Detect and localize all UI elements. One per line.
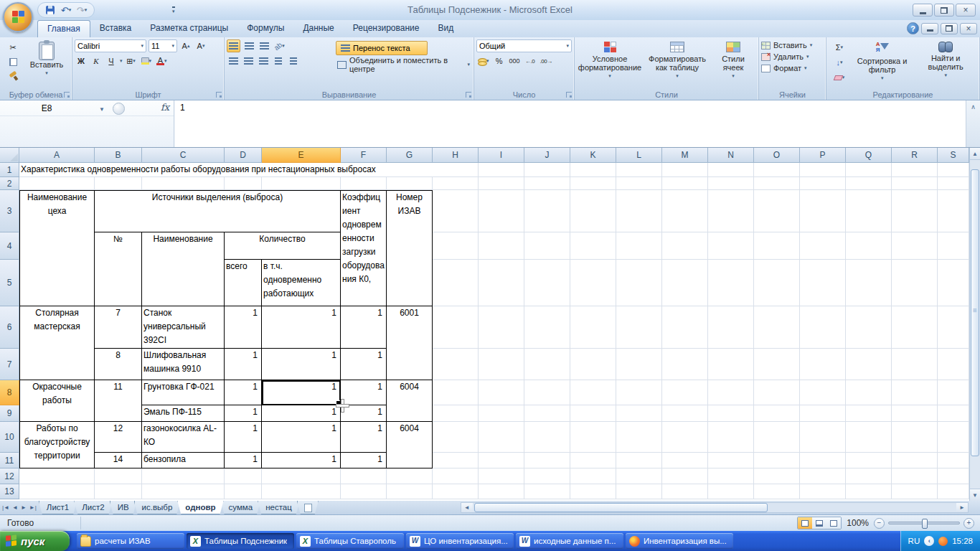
empty-cell[interactable] xyxy=(570,260,616,306)
empty-cell[interactable] xyxy=(938,190,969,232)
empty-cell[interactable] xyxy=(570,422,616,453)
conditional-formatting-button[interactable]: Условное форматирование▾ xyxy=(577,39,643,87)
scroll-down-icon[interactable]: ▼ xyxy=(970,489,980,501)
empty-cell[interactable] xyxy=(616,190,662,232)
cell-C6[interactable]: Станок универсальный 392CI xyxy=(142,306,225,349)
empty-cell[interactable] xyxy=(754,349,800,380)
col-header-L[interactable]: L xyxy=(616,148,662,163)
fill-color-button[interactable]: ▾ xyxy=(140,55,154,67)
empty-cell[interactable] xyxy=(754,232,800,260)
empty-cell[interactable] xyxy=(387,177,433,190)
tab-home[interactable]: Главная xyxy=(37,20,90,37)
empty-cell[interactable] xyxy=(846,260,892,306)
empty-cell[interactable] xyxy=(938,260,969,306)
empty-cell[interactable] xyxy=(433,422,479,453)
empty-cell[interactable] xyxy=(662,232,708,260)
empty-cell[interactable] xyxy=(800,190,846,232)
align-left-button[interactable] xyxy=(227,55,240,67)
empty-cell[interactable] xyxy=(570,405,616,422)
col-header-B[interactable]: B xyxy=(95,148,142,163)
empty-cell[interactable] xyxy=(846,232,892,260)
empty-cell[interactable] xyxy=(616,468,662,484)
cell-D8[interactable]: 1 xyxy=(225,380,262,405)
task-word-co-inventarizacia[interactable]: ЦО инвентаризация... xyxy=(406,533,514,549)
col-header-G[interactable]: G xyxy=(387,148,433,163)
empty-cell[interactable] xyxy=(754,380,800,405)
cell-izav-header[interactable]: Номер ИЗАВ xyxy=(387,190,433,306)
empty-cell[interactable] xyxy=(892,484,938,499)
empty-cell[interactable] xyxy=(662,177,708,190)
empty-cell[interactable] xyxy=(708,260,754,306)
empty-cell[interactable] xyxy=(846,405,892,422)
cell-E9[interactable]: 1 xyxy=(262,405,341,422)
empty-cell[interactable] xyxy=(892,453,938,468)
delete-cells-button[interactable]: Удалить▾ xyxy=(761,52,824,61)
bold-button[interactable]: Ж xyxy=(75,55,88,67)
clipboard-dialog-launcher[interactable] xyxy=(64,92,70,98)
empty-cell[interactable] xyxy=(570,163,616,177)
insert-function-button[interactable]: fx xyxy=(161,102,169,113)
empty-cell[interactable] xyxy=(19,484,95,499)
empty-cell[interactable] xyxy=(754,306,800,349)
empty-cell[interactable] xyxy=(800,232,846,260)
empty-cell[interactable] xyxy=(800,260,846,306)
empty-cell[interactable] xyxy=(846,306,892,349)
close-button[interactable]: × xyxy=(956,4,976,17)
workbook-close-button[interactable]: × xyxy=(960,23,977,34)
row-header-6[interactable]: 6 xyxy=(0,306,19,349)
empty-cell[interactable] xyxy=(800,405,846,422)
empty-cell[interactable] xyxy=(524,349,570,380)
help-button[interactable]: ? xyxy=(907,22,919,34)
empty-cell[interactable] xyxy=(616,163,662,177)
cell-no-header[interactable]: № xyxy=(95,232,142,306)
empty-cell[interactable] xyxy=(892,349,938,380)
empty-cell[interactable] xyxy=(892,468,938,484)
row-header-10[interactable]: 10 xyxy=(0,422,19,453)
empty-cell[interactable] xyxy=(479,260,524,306)
col-header-K[interactable]: K xyxy=(570,148,616,163)
empty-cell[interactable] xyxy=(479,405,524,422)
shrink-font-button[interactable]: A▾ xyxy=(194,39,207,52)
cell-B11[interactable]: 14 xyxy=(95,453,142,468)
cell-C9[interactable]: Эмаль ПФ-115 xyxy=(142,405,225,422)
empty-cell[interactable] xyxy=(800,306,846,349)
workbook-restore-button[interactable] xyxy=(941,23,958,34)
empty-cell[interactable] xyxy=(938,453,969,468)
number-dialog-launcher[interactable] xyxy=(566,92,572,98)
empty-cell[interactable] xyxy=(662,484,708,499)
empty-cell[interactable] xyxy=(433,484,479,499)
empty-cell[interactable] xyxy=(754,453,800,468)
empty-cell[interactable] xyxy=(708,232,754,260)
empty-cell[interactable] xyxy=(142,484,225,499)
cell-B10[interactable]: 12 xyxy=(95,422,142,453)
empty-cell[interactable] xyxy=(846,190,892,232)
empty-cell[interactable] xyxy=(800,453,846,468)
row-header-11[interactable]: 11 xyxy=(0,453,19,468)
empty-cell[interactable] xyxy=(616,405,662,422)
empty-cell[interactable] xyxy=(800,177,846,190)
cell-F6[interactable]: 1 xyxy=(341,306,387,349)
cell-E11[interactable]: 1 xyxy=(262,453,341,468)
empty-cell[interactable] xyxy=(524,190,570,232)
sheet-tab-odnovr-active[interactable]: одновр xyxy=(177,501,223,514)
col-header-M[interactable]: M xyxy=(662,148,708,163)
scroll-right-icon[interactable]: ► xyxy=(956,503,968,512)
empty-cell[interactable] xyxy=(662,468,708,484)
cell-sources-header[interactable]: Источники выделения (выброса) xyxy=(95,190,341,232)
empty-cell[interactable] xyxy=(708,163,754,177)
sheet-tab-nestac[interactable]: нестац xyxy=(258,501,300,514)
empty-cell[interactable] xyxy=(524,232,570,260)
cell-E6[interactable]: 1 xyxy=(262,306,341,349)
sheet-tab-isvybr[interactable]: ис.выбр xyxy=(134,501,181,514)
cell-B6[interactable]: 7 xyxy=(95,306,142,349)
empty-cell[interactable] xyxy=(754,163,800,177)
empty-cell[interactable] xyxy=(524,163,570,177)
cell-F7[interactable]: 1 xyxy=(341,349,387,380)
select-all-corner[interactable] xyxy=(0,148,19,163)
increase-decimal-button[interactable]: ←.0 xyxy=(524,55,537,67)
empty-cell[interactable] xyxy=(225,177,262,190)
empty-cell[interactable] xyxy=(142,468,225,484)
row-header-3[interactable]: 3 xyxy=(0,190,19,232)
empty-cell[interactable] xyxy=(892,232,938,260)
empty-cell[interactable] xyxy=(800,349,846,380)
